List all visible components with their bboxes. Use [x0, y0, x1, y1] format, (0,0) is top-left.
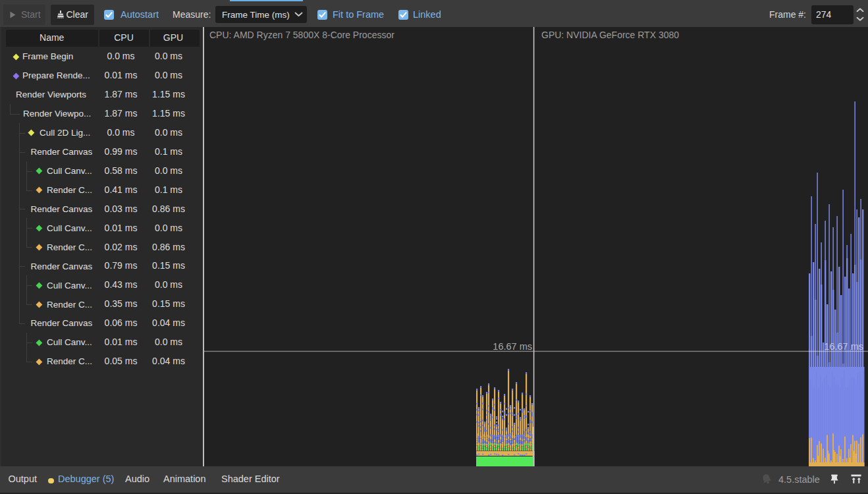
- svg-text:GPU: NVIDIA GeForce RTX 3080: GPU: NVIDIA GeForce RTX 3080: [541, 30, 679, 40]
- svg-text:16.67 ms: 16.67 ms: [493, 341, 532, 352]
- svg-text:CPU: AMD Ryzen 7 5800X 8-Core: CPU: AMD Ryzen 7 5800X 8-Core Processor: [209, 30, 394, 40]
- svg-text:16.67 ms: 16.67 ms: [824, 341, 863, 352]
